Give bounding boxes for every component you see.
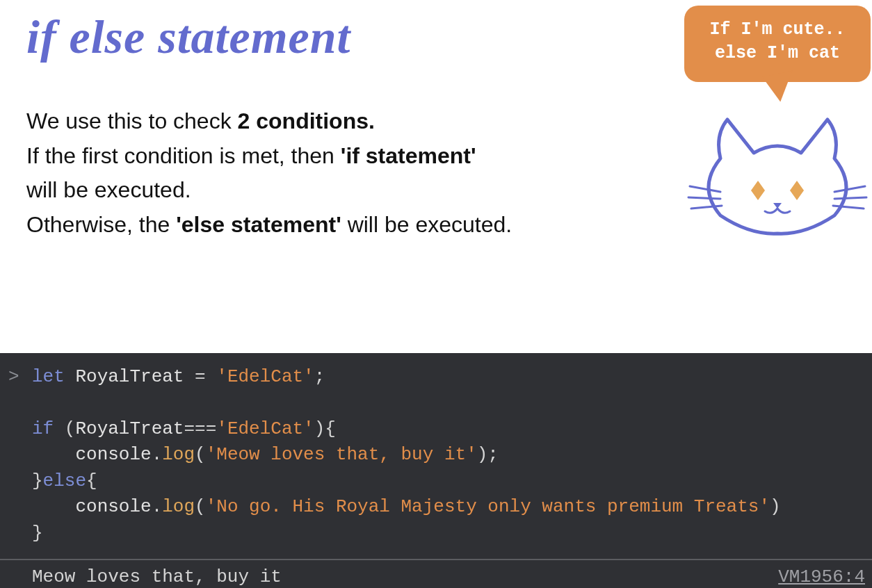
prompt-icon: > — [8, 364, 19, 390]
string-literal: 'EdelCat' — [216, 366, 314, 387]
string-literal: 'Meow loves that, buy it' — [206, 444, 477, 465]
console-output-row: Meow loves that, buy it VM1956:4 — [0, 560, 872, 588]
console-obj: console — [75, 496, 151, 517]
code-block: let RoyalTreat = 'EdelCat'; if (RoyalTre… — [32, 364, 872, 546]
cat-icon — [687, 104, 868, 236]
code-input-area: > let RoyalTreat = 'EdelCat'; if (RoyalT… — [0, 353, 872, 559]
log-fn: log — [162, 444, 195, 465]
svg-line-1 — [688, 197, 720, 199]
desc-text: will be executed. — [26, 177, 191, 202]
desc-bold-conditions: 2 conditions. — [238, 108, 375, 133]
keyword-if: if — [32, 418, 54, 439]
page-title: if else statement — [26, 10, 350, 65]
log-fn: log — [162, 496, 195, 517]
description-block: We use this to check 2 conditions. If th… — [26, 104, 652, 242]
keyword-else: else — [43, 471, 86, 491]
svg-line-4 — [834, 197, 866, 199]
desc-text: If the first condition is met, then — [26, 143, 341, 168]
bubble-line2: else I'm cat — [715, 43, 840, 63]
string-literal: 'EdelCat' — [216, 418, 314, 439]
desc-text: Otherwise, the — [26, 212, 176, 237]
console-output-text: Meow loves that, buy it — [32, 564, 282, 588]
console-panel: > let RoyalTreat = 'EdelCat'; if (RoyalT… — [0, 353, 872, 588]
bubble-line1: If I'm cute.. — [709, 19, 845, 40]
variable-name: RoyalTreat — [75, 418, 184, 439]
desc-text: We use this to check — [26, 108, 238, 133]
keyword-let: let — [32, 366, 65, 387]
desc-bold-else: 'else statement' — [176, 212, 341, 237]
desc-text: will be executed. — [341, 212, 512, 237]
desc-bold-if: 'if statement' — [341, 143, 476, 168]
source-reference-link[interactable]: VM1956:4 — [778, 564, 865, 588]
speech-bubble: If I'm cute.. else I'm cat — [684, 6, 871, 82]
string-literal: 'No go. His Royal Majesty only wants pre… — [206, 496, 770, 517]
speech-bubble-tail — [762, 71, 798, 104]
variable-name: RoyalTreat — [75, 366, 184, 387]
console-obj: console — [75, 444, 151, 465]
